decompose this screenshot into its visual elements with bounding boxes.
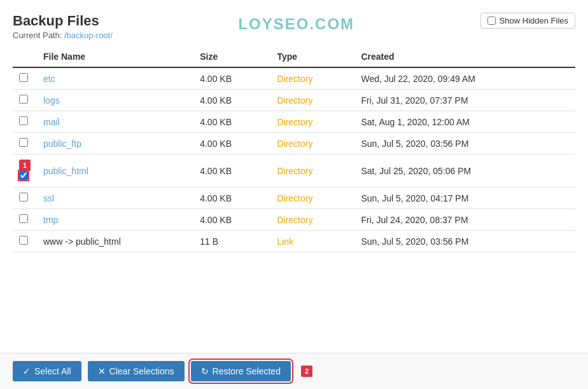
- row-size: 4.00 KB: [193, 90, 270, 111]
- page-wrapper: Backup Files Current Path: /backup-root/…: [0, 0, 588, 303]
- col-size: Size: [193, 46, 270, 67]
- row-created: Sun, Jul 5, 2020, 03:56 PM: [354, 133, 575, 154]
- row-badge: 1: [19, 160, 31, 171]
- row-checkbox[interactable]: [19, 214, 28, 223]
- row-type: Directory: [270, 133, 354, 154]
- select-all-icon: ✓: [23, 366, 31, 376]
- filename-link[interactable]: ssl: [43, 193, 54, 203]
- row-size: 4.00 KB: [193, 67, 270, 90]
- col-type: Type: [270, 46, 354, 67]
- row-type: Directory: [270, 67, 354, 90]
- row-size: 4.00 KB: [193, 133, 270, 154]
- table-row: tmp4.00 KBDirectoryFri, Jul 24, 2020, 08…: [13, 209, 575, 231]
- row-created: Sun, Jul 5, 2020, 03:56 PM: [354, 231, 575, 252]
- current-path-label: Current Path:: [13, 31, 62, 40]
- file-table: File Name Size Type Created etc4.00 KBDi…: [13, 46, 575, 252]
- row-checkbox-cell: [13, 188, 37, 209]
- select-all-label: Select All: [34, 366, 71, 376]
- row-filename: logs: [37, 90, 193, 111]
- table-row: ssl4.00 KBDirectorySun, Jul 5, 2020, 04:…: [13, 188, 575, 209]
- row-type: Directory: [270, 209, 354, 231]
- row-checkbox-cell: [13, 231, 37, 252]
- filename-link[interactable]: tmp: [43, 215, 58, 225]
- row-created: Wed, Jul 22, 2020, 09:49 AM: [354, 67, 575, 90]
- table-header-row: File Name Size Type Created: [13, 46, 575, 67]
- col-filename: File Name: [37, 46, 193, 67]
- row-type: Directory: [270, 111, 354, 133]
- row-checkbox-cell: [13, 90, 37, 111]
- filename-link[interactable]: mail: [43, 117, 60, 127]
- filename-link[interactable]: public_html: [43, 166, 88, 176]
- table-row: mail4.00 KBDirectorySat, Aug 1, 2020, 12…: [13, 111, 575, 133]
- filename-link[interactable]: public_ftp: [43, 139, 81, 149]
- row-filename: mail: [37, 111, 193, 133]
- row-size: 4.00 KB: [193, 154, 270, 188]
- row-type: Directory: [270, 90, 354, 111]
- title-block: Backup Files Current Path: /backup-root/: [13, 13, 113, 40]
- row-checkbox[interactable]: [19, 171, 28, 180]
- row-created: Sun, Jul 5, 2020, 04:17 PM: [354, 188, 575, 209]
- row-type: Link: [270, 231, 354, 252]
- clear-selections-label: Clear Selections: [109, 366, 174, 376]
- row-checkbox[interactable]: [19, 95, 28, 104]
- row-size: 4.00 KB: [193, 209, 270, 231]
- filename-link[interactable]: logs: [43, 95, 60, 106]
- row-size: 4.00 KB: [193, 111, 270, 133]
- table-row: public_ftp4.00 KBDirectorySun, Jul 5, 20…: [13, 133, 575, 154]
- row-checkbox-cell: [13, 111, 37, 133]
- table-row: www -> public_html11 BLinkSun, Jul 5, 20…: [13, 231, 575, 252]
- table-row: logs4.00 KBDirectoryFri, Jul 31, 2020, 0…: [13, 90, 575, 111]
- show-hidden-checkbox[interactable]: [487, 17, 496, 25]
- row-size: 4.00 KB: [193, 188, 270, 209]
- row-created: Fri, Jul 31, 2020, 07:37 PM: [354, 90, 575, 111]
- row-checkbox-cell: [13, 133, 37, 154]
- restore-selected-icon: ↻: [201, 366, 209, 376]
- col-created: Created: [354, 46, 575, 67]
- restore-selected-label: Restore Selected: [213, 366, 281, 376]
- row-type: Directory: [270, 154, 354, 188]
- restore-selected-button[interactable]: ↻ Restore Selected: [191, 361, 291, 381]
- row-created: Fri, Jul 24, 2020, 08:37 PM: [354, 209, 575, 231]
- show-hidden-files-area: Show Hidden Files: [480, 13, 575, 29]
- row-checkbox-cell: 1: [13, 154, 37, 188]
- row-checkbox-cell: [13, 67, 37, 90]
- row-checkbox[interactable]: [19, 116, 28, 125]
- clear-selections-icon: ✕: [98, 366, 106, 376]
- page-title: Backup Files: [13, 13, 113, 29]
- footer-bar: ✓ Select All ✕ Clear Selections ↻ Restor…: [0, 353, 588, 389]
- row-filename: public_ftp: [37, 133, 193, 154]
- row-created: Sat, Jul 25, 2020, 05:06 PM: [354, 154, 575, 188]
- select-all-button[interactable]: ✓ Select All: [13, 361, 81, 381]
- row-type: Directory: [270, 188, 354, 209]
- col-checkbox: [13, 46, 37, 67]
- row-created: Sat, Aug 1, 2020, 12:00 AM: [354, 111, 575, 133]
- row-filename: public_html: [37, 154, 193, 188]
- table-row: etc4.00 KBDirectoryWed, Jul 22, 2020, 09…: [13, 67, 575, 90]
- row-filename: ssl: [37, 188, 193, 209]
- row-checkbox[interactable]: [19, 138, 28, 147]
- row-checkbox[interactable]: [19, 73, 28, 82]
- row-checkbox[interactable]: [19, 236, 28, 245]
- current-path: Current Path: /backup-root/: [13, 31, 113, 40]
- row-filename: tmp: [37, 209, 193, 231]
- file-table-body: etc4.00 KBDirectoryWed, Jul 22, 2020, 09…: [13, 67, 575, 252]
- row-checkbox-cell: [13, 209, 37, 231]
- current-path-link[interactable]: /backup-root/: [64, 31, 113, 40]
- row-checkbox[interactable]: [19, 193, 28, 201]
- row-filename: etc: [37, 67, 193, 90]
- show-hidden-label[interactable]: Show Hidden Files: [500, 16, 568, 25]
- row-size: 11 B: [193, 231, 270, 252]
- clear-selections-button[interactable]: ✕ Clear Selections: [88, 361, 185, 381]
- footer-badge: 2: [301, 365, 312, 377]
- filename-link[interactable]: etc: [43, 74, 55, 84]
- table-row: 1public_html4.00 KBDirectorySat, Jul 25,…: [13, 154, 575, 188]
- header-area: Backup Files Current Path: /backup-root/…: [13, 13, 575, 40]
- row-filename: www -> public_html: [37, 231, 193, 252]
- watermark: LOYSEO.COM: [113, 13, 480, 33]
